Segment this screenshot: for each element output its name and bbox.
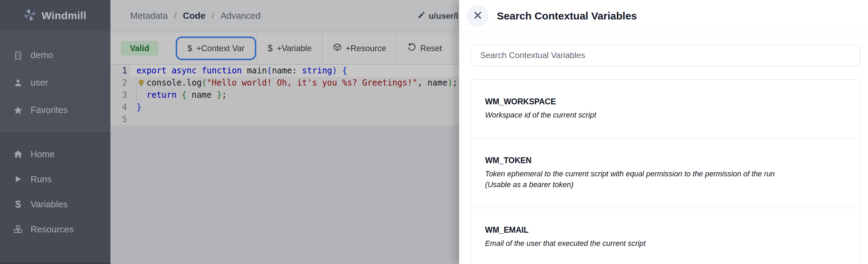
variable-description: Email of the user that executed the curr… (485, 238, 846, 249)
x-icon (473, 10, 483, 21)
contextual-variables-drawer: Search Contextual Variables WM_WORKSPACE… (459, 0, 868, 264)
contextual-variables-list: WM_WORKSPACE Workspace id of the current… (471, 79, 860, 264)
list-item-wm-email[interactable]: WM_EMAIL Email of the user that executed… (471, 208, 860, 264)
drawer-header: Search Contextual Variables (459, 0, 868, 32)
list-item-wm-token[interactable]: WM_TOKEN Token ephemeral to the current … (471, 138, 860, 208)
drawer-backdrop[interactable] (0, 0, 459, 264)
variable-name: WM_WORKSPACE (485, 97, 846, 106)
list-item-wm-workspace[interactable]: WM_WORKSPACE Workspace id of the current… (471, 80, 860, 138)
close-button[interactable] (467, 5, 489, 27)
search-input[interactable] (471, 45, 860, 66)
variable-name: WM_EMAIL (485, 225, 846, 235)
windmill-app: Windmill demo (0, 0, 868, 264)
drawer-title: Search Contextual Variables (497, 10, 637, 22)
variable-name: WM_TOKEN (485, 156, 846, 165)
variable-description: Token ephemeral to the current script wi… (485, 169, 846, 190)
variable-description: Workspace id of the current script (485, 110, 846, 121)
drawer-body: WM_WORKSPACE Workspace id of the current… (459, 32, 868, 264)
